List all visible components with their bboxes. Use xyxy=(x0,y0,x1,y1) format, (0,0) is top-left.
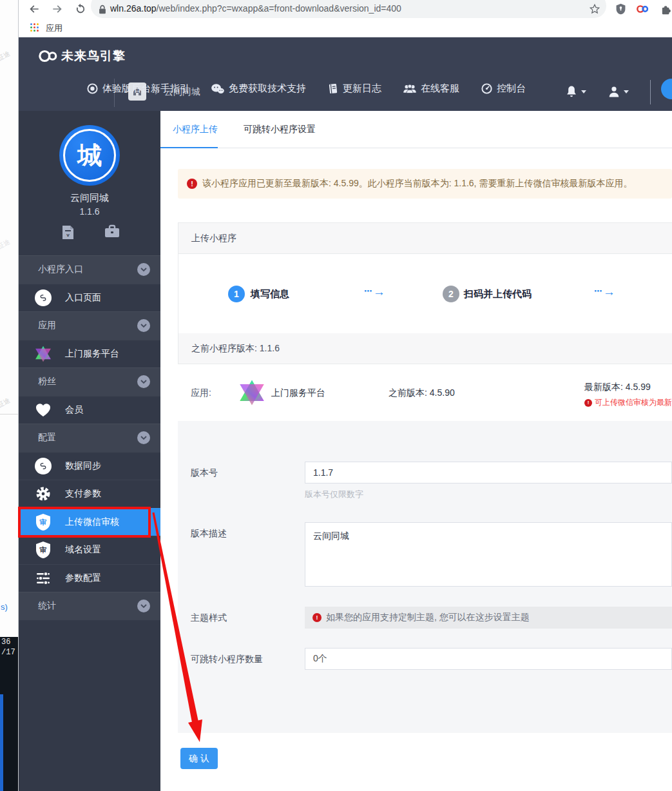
people-icon xyxy=(403,83,417,95)
sidebar-group-label: 配置 xyxy=(38,432,56,444)
background-link-fragment: s) xyxy=(1,602,8,612)
alert-text: 该小程序应用已更新至最新版本: 4.5.99。此小程序当前版本为: 1.1.6,… xyxy=(202,178,632,190)
divider xyxy=(650,80,651,104)
url-path: /web/index.php?c=wxapp&a=front-download&… xyxy=(157,3,401,14)
note-icon: ! xyxy=(312,613,322,622)
user-menu[interactable] xyxy=(608,85,629,99)
caret-down-icon xyxy=(581,90,586,93)
sidebar-group-fans[interactable]: 粉丝 xyxy=(19,367,160,396)
nav-label: 在线客服 xyxy=(421,83,459,95)
sidebar-item-payment-params[interactable]: 支付参数 xyxy=(19,480,160,508)
note-text: 可上传微信审核为最新版 xyxy=(595,397,672,408)
main-content: 小程序上传 可跳转小程序设置 ! 该小程序应用已更新至最新版本: 4.5.99。… xyxy=(160,111,672,791)
theme-style-label: 主题样式 xyxy=(191,612,227,624)
app-version: 1.1.6 xyxy=(19,206,160,217)
annotation-red-box xyxy=(18,507,151,538)
step-1-label: 填写信息 xyxy=(251,288,289,300)
sidebar-item-domain-settings[interactable]: 审 域名设置 xyxy=(19,536,160,564)
version-description-textarea[interactable]: 云间同城 xyxy=(305,522,672,587)
chevron-down-icon[interactable] xyxy=(137,375,150,388)
target-icon xyxy=(86,83,99,95)
version-description-label: 版本描述 xyxy=(191,528,227,540)
sidebar-item-door-service-platform[interactable]: 上门服务平台 xyxy=(19,340,160,368)
previous-miniapp-version: 之前小程序版本: 1.1.6 xyxy=(178,333,672,364)
bookmark-star-icon[interactable] xyxy=(587,1,602,17)
dashed-arrow-icon xyxy=(364,285,385,299)
nav-label: 体验版后台新手指引 xyxy=(102,83,189,95)
browser-chrome: wln.26a.top/web/index.php?c=wxapp&a=fron… xyxy=(19,0,672,37)
link-icon xyxy=(35,289,52,306)
divider xyxy=(0,414,18,415)
extension-puzzle-icon[interactable] xyxy=(658,1,672,17)
tab-jumpable-miniapp-settings[interactable]: 可跳转小程序设置 xyxy=(244,111,316,148)
confirm-button[interactable]: 确 认 xyxy=(180,748,218,769)
application-colorful-star-icon xyxy=(238,378,266,409)
version-number-help: 版本号仅限数字 xyxy=(305,489,363,500)
sidebar-group-label: 统计 xyxy=(38,600,56,612)
version-number-input[interactable] xyxy=(305,462,672,483)
notifications-menu[interactable] xyxy=(565,85,586,99)
lock-icon xyxy=(95,2,110,17)
app-logo: 城 xyxy=(59,125,120,186)
extension-shield-icon[interactable] xyxy=(613,1,628,17)
bookmarks-apps-label[interactable]: 应用 xyxy=(46,23,62,34)
sidebar-profile: 城 云间同城 1.1.6 v xyxy=(19,111,160,255)
app-logo-character: 城 xyxy=(77,139,102,172)
user-icon xyxy=(608,85,620,99)
application-name: 上门服务平台 xyxy=(271,387,325,399)
sidebar-group-miniapp-entry[interactable]: 小程序入口 xyxy=(19,255,160,284)
shield-review-icon: 审 xyxy=(34,541,52,559)
forward-icon[interactable] xyxy=(50,1,65,17)
sidebar-group-application[interactable]: 应用 xyxy=(19,311,160,340)
browser-toolbar: wln.26a.top/web/index.php?c=wxapp&a=fron… xyxy=(19,0,672,19)
nav-item-online-service[interactable]: 在线客服 xyxy=(403,83,459,95)
version-file-icon[interactable]: v xyxy=(61,224,75,243)
apps-grid-icon[interactable] xyxy=(30,23,39,32)
url-domain: wln.26a.top xyxy=(110,3,157,14)
nav-item-changelog[interactable]: 更新日志 xyxy=(327,83,381,95)
background-number: /17 xyxy=(0,647,18,658)
theme-note-text: 如果您的应用支持定制主题, 您可以在这步设置主题 xyxy=(326,612,530,623)
chevron-down-icon[interactable] xyxy=(137,600,150,612)
app-name: 云间同城 xyxy=(19,192,160,204)
url-text[interactable]: wln.26a.top/web/index.php?c=wxapp&a=fron… xyxy=(110,3,401,14)
heart-icon xyxy=(34,401,52,419)
tabs: 小程序上传 可跳转小程序设置 xyxy=(160,111,672,148)
sidebar-group-label: 应用 xyxy=(38,320,56,331)
sidebar-item-members[interactable]: 会员 xyxy=(19,396,160,424)
upload-form: 版本号 版本号仅限数字 版本描述 云间同城 主题样式 ! 如果您的应用支持定制主… xyxy=(178,421,672,733)
sidebar-group-statistics[interactable]: 统计 xyxy=(19,592,160,620)
watermark-text: 征途 xyxy=(0,237,12,251)
chevron-down-icon[interactable] xyxy=(137,431,150,444)
sidebar: 城 云间同城 1.1.6 v 小程序入口 入口页面 应用 xyxy=(19,111,160,791)
back-icon[interactable] xyxy=(26,1,42,17)
sidebar-item-label: 入口页面 xyxy=(65,292,101,304)
extension-co-logo-icon[interactable] xyxy=(635,1,650,17)
nav-item-beginner-guide[interactable]: 体验版后台新手指引 xyxy=(86,83,189,95)
application-row: 应用: 上门服务平台 之前版本: 4.5.90 最新版本: 4.5.99 ! 可… xyxy=(178,364,672,421)
previous-app-version: 之前版本: 4.5.90 xyxy=(389,387,455,399)
brand[interactable]: 未来鸟引擎 xyxy=(38,48,126,64)
sidebar-item-entry-page[interactable]: 入口页面 xyxy=(19,284,160,312)
upload-steps: 1 填写信息 2 扫码并上传代码 xyxy=(178,254,672,334)
upload-panel: 上传小程序 1 填写信息 2 扫码并上传代码 xyxy=(178,222,672,333)
reload-icon[interactable] xyxy=(73,1,88,17)
nav-item-tech-support[interactable]: 免费获取技术支持 xyxy=(211,83,306,95)
sidebar-item-label: 参数配置 xyxy=(65,572,101,584)
latest-version-note: ! 可上传微信审核为最新版 xyxy=(584,397,672,408)
sidebar-group-config[interactable]: 配置 xyxy=(19,424,160,452)
nav-item-console[interactable]: 控制台 xyxy=(481,83,526,95)
chevron-down-icon[interactable] xyxy=(137,319,150,332)
tab-miniapp-upload[interactable]: 小程序上传 xyxy=(173,111,218,148)
watermark-text: 征途 xyxy=(0,49,12,63)
sidebar-item-data-sync[interactable]: 数据同步 xyxy=(19,452,160,480)
gauge-icon xyxy=(481,83,493,95)
gear-icon xyxy=(34,485,52,503)
chevron-down-icon[interactable] xyxy=(137,263,150,276)
jumpable-count-input[interactable] xyxy=(305,648,672,670)
toolbox-icon[interactable] xyxy=(104,224,120,241)
floating-help-button[interactable] xyxy=(661,79,672,99)
watermark-text: 征途 xyxy=(0,396,12,410)
sidebar-item-params-config[interactable]: 参数配置 xyxy=(19,564,160,592)
background-window-strip: 征途 征途 征途 s) 36 /17 xyxy=(0,0,19,791)
